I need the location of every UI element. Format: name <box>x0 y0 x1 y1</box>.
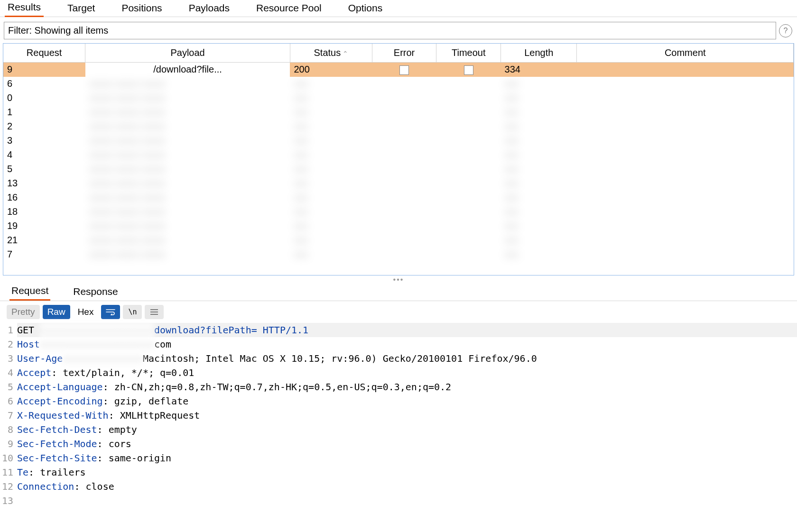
view-mode-toolbar: Pretty Raw Hex \n <box>0 301 797 323</box>
request-line: 6Accept-Encoding: gzip, deflate <box>1 394 797 408</box>
message-tab-bar: Request Response <box>0 283 797 301</box>
view-hex-button[interactable]: Hex <box>73 305 99 319</box>
col-header-request[interactable]: Request <box>3 44 85 63</box>
table-row[interactable]: 13xxxxx xxxxx xxxxxxxxxxx <box>3 176 794 191</box>
wrap-icon <box>106 309 115 315</box>
table-row[interactable]: 6xxxxx xxxxx xxxxxxxxxxx <box>3 77 794 91</box>
results-table[interactable]: Request Payload Status⌃ Error Timeout Le… <box>3 44 794 262</box>
request-line: 10Sec-Fetch-Site: same-origin <box>1 451 797 465</box>
table-row[interactable]: 0xxxxx xxxxx xxxxxxxxxxx <box>3 91 794 105</box>
table-row[interactable]: 3xxxxx xxxxx xxxxxxxxxxx <box>3 134 794 148</box>
request-line: 8Sec-Fetch-Dest: empty <box>1 422 797 437</box>
table-row[interactable]: 16xxxxx xxxxx xxxxxxxxxxx <box>3 191 794 205</box>
filter-input[interactable]: Filter: Showing all items <box>4 22 776 39</box>
request-line: 4Accept: text/plain, */*; q=0.01 <box>1 366 797 380</box>
table-row[interactable]: 2xxxxx xxxxx xxxxxxxxxxx <box>3 119 794 134</box>
timeout-checkbox[interactable] <box>464 65 473 75</box>
tab-request[interactable]: Request <box>9 283 50 301</box>
request-line: 2Hostxxxxxxxxxxxxxxxxxxxxcom <box>1 337 797 351</box>
col-header-comment[interactable]: Comment <box>577 44 794 63</box>
request-line: 5Accept-Language: zh-CN,zh;q=0.8,zh-TW;q… <box>1 380 797 394</box>
hamburger-icon <box>150 309 158 315</box>
table-row[interactable]: 4xxxxx xxxxx xxxxxxxxxxx <box>3 148 794 162</box>
col-header-status[interactable]: Status⌃ <box>290 44 372 63</box>
col-header-payload[interactable]: Payload <box>85 44 290 63</box>
request-line: 3User-AgexxxxxxxxxxxxxxMacintosh; Intel … <box>1 351 797 366</box>
tab-results[interactable]: Results <box>5 0 44 17</box>
view-pretty-button[interactable]: Pretty <box>7 305 40 319</box>
request-line: 9Sec-Fetch-Mode: cors <box>1 437 797 451</box>
menu-button[interactable] <box>145 305 164 319</box>
table-row[interactable]: 1xxxxx xxxxx xxxxxxxxxxx <box>3 105 794 119</box>
request-line: 7X-Requested-With: XMLHttpRequest <box>1 408 797 422</box>
tab-response[interactable]: Response <box>71 284 120 300</box>
tab-payloads[interactable]: Payloads <box>186 0 232 17</box>
error-checkbox[interactable] <box>399 65 409 75</box>
request-line: 11Te: trailers <box>1 465 797 479</box>
request-line: 1GET xxxxxxxxxxxxxxxxxxxxdownload?filePa… <box>1 323 797 337</box>
tab-options[interactable]: Options <box>345 0 385 17</box>
pane-splitter[interactable]: ••• <box>0 275 797 283</box>
filter-row: Filter: Showing all items ? <box>0 17 797 43</box>
tab-resource-pool[interactable]: Resource Pool <box>253 0 324 17</box>
col-header-length[interactable]: Length <box>501 44 577 63</box>
table-row[interactable]: 21xxxxx xxxxx xxxxxxxxxxx <box>3 233 794 248</box>
request-editor[interactable]: 1GET xxxxxxxxxxxxxxxxxxxxdownload?filePa… <box>0 323 797 508</box>
help-icon[interactable]: ? <box>779 24 792 37</box>
view-raw-button[interactable]: Raw <box>43 305 70 319</box>
table-row-selected[interactable]: 9/download?file...200334 <box>3 63 794 77</box>
table-row[interactable]: 5xxxxx xxxxx xxxxxxxxxxx <box>3 162 794 176</box>
show-newlines-button[interactable]: \n <box>123 305 142 319</box>
table-header-row: Request Payload Status⌃ Error Timeout Le… <box>3 44 794 63</box>
sort-asc-icon: ⌃ <box>343 50 348 57</box>
table-row[interactable]: 7xxxxx xxxxx xxxxxxxxxxx <box>3 248 794 262</box>
table-row[interactable]: 19xxxxx xxxxx xxxxxxxxxxx <box>3 219 794 233</box>
main-tab-bar: Results Target Positions Payloads Resour… <box>0 0 797 17</box>
tab-positions[interactable]: Positions <box>119 0 165 17</box>
tab-target[interactable]: Target <box>65 0 98 17</box>
results-table-container: Request Payload Status⌃ Error Timeout Le… <box>3 43 794 275</box>
wrap-toggle-button[interactable] <box>101 305 120 319</box>
col-header-timeout[interactable]: Timeout <box>436 44 501 63</box>
col-header-error[interactable]: Error <box>372 44 436 63</box>
request-line: 13 <box>1 494 797 508</box>
request-line: 12Connection: close <box>1 479 797 494</box>
table-row[interactable]: 18xxxxx xxxxx xxxxxxxxxxx <box>3 205 794 219</box>
